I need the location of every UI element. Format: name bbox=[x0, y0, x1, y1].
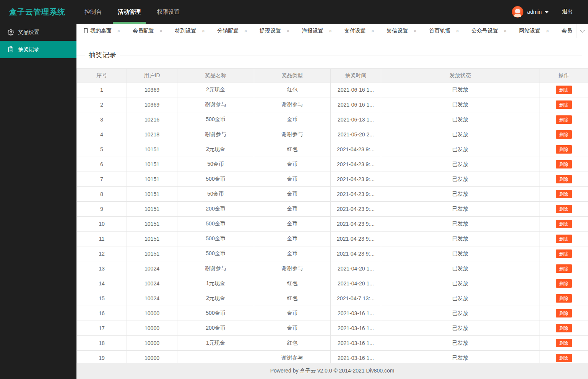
cell-prize-type: 红包 bbox=[254, 336, 331, 351]
cell-index: 4 bbox=[77, 127, 127, 142]
tab-home-carousel[interactable]: 首页轮播× bbox=[423, 24, 465, 38]
tab-overflow-button[interactable] bbox=[577, 24, 588, 38]
cell-prize-name: 500金币 bbox=[177, 246, 254, 261]
cell-index: 5 bbox=[77, 142, 127, 157]
tab-member-config[interactable]: 会员配置× bbox=[127, 24, 169, 38]
clipboard-icon bbox=[8, 46, 14, 53]
cell-action: 删除 bbox=[539, 83, 588, 97]
cell-status: 已发放 bbox=[381, 232, 539, 246]
user-avatar[interactable] bbox=[512, 6, 523, 18]
tab-checkin-settings[interactable]: 签到设置× bbox=[169, 24, 211, 38]
delete-button[interactable]: 删除 bbox=[556, 130, 572, 139]
tab-close-icon[interactable]: × bbox=[117, 28, 120, 34]
delete-button[interactable]: 删除 bbox=[556, 100, 572, 109]
delete-button[interactable]: 删除 bbox=[556, 264, 572, 273]
table-row: 1310024谢谢参与谢谢参与2021-04-20 1...已发放删除 bbox=[77, 261, 588, 276]
cell-prize-type: 金币 bbox=[254, 306, 331, 321]
delete-button[interactable]: 删除 bbox=[556, 249, 572, 258]
delete-button[interactable]: 删除 bbox=[556, 205, 572, 213]
tab-close-icon[interactable]: × bbox=[504, 28, 507, 34]
tab-member[interactable]: 会员 bbox=[555, 24, 578, 38]
tab-label: 短信设置 bbox=[387, 28, 408, 34]
content: 抽奖记录 序号用户ID奖品名称奖品类型抽奖时间发放状态操作 1103692元现金… bbox=[76, 50, 588, 366]
tab-official-account[interactable]: 公众号设置× bbox=[465, 24, 513, 38]
tab-close-icon[interactable]: × bbox=[159, 28, 163, 34]
delete-button[interactable]: 删除 bbox=[556, 220, 572, 228]
table-row: 210369谢谢参与谢谢参与2021-06-16 1...已发放删除 bbox=[77, 97, 588, 112]
tab-label: 会员 bbox=[561, 28, 572, 34]
cell-draw-time: 2021-03-16 1... bbox=[331, 306, 381, 321]
cell-action: 删除 bbox=[539, 97, 588, 112]
cell-user-id: 10024 bbox=[127, 291, 177, 306]
cell-draw-time: 2021-04-23 9:... bbox=[331, 172, 381, 187]
table-row: 5101512元现金红包2021-04-23 9:...已发放删除 bbox=[77, 142, 588, 157]
tab-close-icon[interactable]: × bbox=[286, 28, 290, 34]
cell-draw-time: 2021-04-23 9:... bbox=[331, 232, 381, 246]
cell-user-id: 10218 bbox=[127, 127, 177, 142]
column-header-prize_name: 奖品名称 bbox=[177, 69, 254, 83]
delete-button[interactable]: 删除 bbox=[556, 175, 572, 183]
delete-button[interactable]: 删除 bbox=[556, 145, 572, 154]
delete-button[interactable]: 删除 bbox=[556, 309, 572, 317]
tab-distribution[interactable]: 分销配置× bbox=[211, 24, 253, 38]
tab-close-icon[interactable]: × bbox=[371, 28, 375, 34]
cell-index: 3 bbox=[77, 112, 127, 127]
delete-button[interactable]: 删除 bbox=[556, 86, 572, 94]
delete-button[interactable]: 删除 bbox=[556, 294, 572, 303]
cell-prize-type: 红包 bbox=[254, 142, 331, 157]
tab-sms-settings[interactable]: 短信设置× bbox=[380, 24, 423, 38]
cell-prize-type: 谢谢参与 bbox=[254, 97, 331, 112]
tab-desktop[interactable]: 我的桌面× bbox=[78, 24, 127, 38]
tab-close-icon[interactable]: × bbox=[546, 28, 549, 34]
caret-down-icon[interactable] bbox=[544, 11, 549, 13]
delete-button[interactable]: 删除 bbox=[556, 354, 572, 362]
cell-index: 7 bbox=[77, 172, 127, 187]
logout-button[interactable]: 退出 bbox=[562, 8, 573, 15]
cell-prize-name: 2元现金 bbox=[177, 291, 254, 306]
tab-close-icon[interactable]: × bbox=[244, 28, 247, 34]
tab-website-settings[interactable]: 网站设置× bbox=[513, 24, 556, 38]
tab-close-icon[interactable]: × bbox=[456, 28, 459, 34]
nav-item-console[interactable]: 控制台 bbox=[76, 0, 110, 24]
tab-close-icon[interactable]: × bbox=[202, 28, 205, 34]
cell-draw-time: 2021-04-20 1... bbox=[331, 261, 381, 276]
cell-status: 已发放 bbox=[381, 142, 539, 157]
cell-status: 已发放 bbox=[381, 246, 539, 261]
table-row: 1710000200金币金币2021-03-16 1...已发放删除 bbox=[77, 321, 588, 336]
nav-item-activity[interactable]: 活动管理 bbox=[110, 0, 149, 24]
sidebar-item-prize-settings[interactable]: 奖品设置 bbox=[0, 24, 76, 41]
cell-status: 已发放 bbox=[381, 157, 539, 172]
tab-close-icon[interactable]: × bbox=[413, 28, 417, 34]
delete-button[interactable]: 删除 bbox=[556, 339, 572, 347]
cell-user-id: 10024 bbox=[127, 261, 177, 276]
cell-draw-time: 2021-03-16 1... bbox=[331, 336, 381, 351]
tab-poster-settings[interactable]: 海报设置× bbox=[296, 24, 338, 38]
cell-prize-type: 金币 bbox=[254, 202, 331, 217]
delete-button[interactable]: 删除 bbox=[556, 160, 572, 168]
tab-close-icon[interactable]: × bbox=[329, 28, 332, 34]
tab-payment-settings[interactable]: 支付设置× bbox=[338, 24, 381, 38]
cell-action: 删除 bbox=[539, 276, 588, 291]
cell-draw-time: 2021-06-16 1... bbox=[331, 83, 381, 97]
delete-button[interactable]: 删除 bbox=[556, 324, 572, 332]
delete-button[interactable]: 删除 bbox=[556, 190, 572, 198]
cell-prize-name: 500金币 bbox=[177, 172, 254, 187]
delete-button[interactable]: 删除 bbox=[556, 115, 572, 124]
nav-item-permission[interactable]: 权限设置 bbox=[149, 0, 188, 24]
cell-status: 已发放 bbox=[381, 261, 539, 276]
sidebar-item-lottery-records[interactable]: 抽奖记录 bbox=[0, 41, 76, 58]
cell-index: 2 bbox=[77, 97, 127, 112]
cell-status: 已发放 bbox=[381, 276, 539, 291]
tab-label: 我的桌面 bbox=[90, 28, 112, 34]
tab-withdrawal[interactable]: 提现设置× bbox=[253, 24, 296, 38]
cell-status: 已发放 bbox=[381, 217, 539, 232]
cell-user-id: 10151 bbox=[127, 142, 177, 157]
cell-index: 14 bbox=[77, 276, 127, 291]
cell-draw-time: 2021-04-20 1... bbox=[331, 276, 381, 291]
cell-action: 删除 bbox=[539, 232, 588, 246]
cell-action: 删除 bbox=[539, 187, 588, 202]
username-label[interactable]: admin bbox=[527, 9, 542, 15]
table-row: 310216500金币金币2021-06-13 1...已发放删除 bbox=[77, 112, 588, 127]
delete-button[interactable]: 删除 bbox=[556, 279, 572, 288]
delete-button[interactable]: 删除 bbox=[556, 235, 572, 243]
